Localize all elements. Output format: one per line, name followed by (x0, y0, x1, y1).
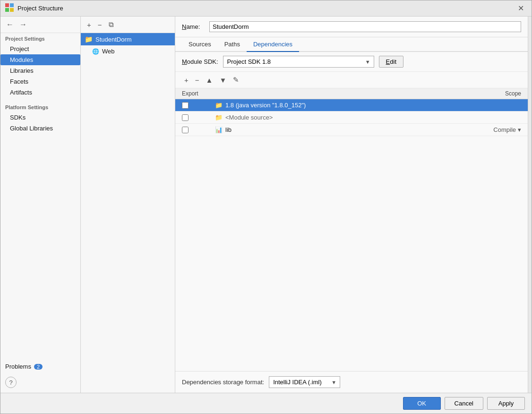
back-button[interactable]: ← (4, 19, 16, 30)
sidebar-item-libraries[interactable]: Libraries (0, 65, 80, 76)
jdk-folder-icon: 📁 (215, 102, 223, 109)
cancel-button[interactable]: Cancel (445, 397, 483, 410)
name-row: Name: (175, 17, 528, 37)
module-folder-icon: 📁 (85, 35, 93, 43)
storage-select[interactable]: IntelliJ IDEA (.iml) Eclipse (.classpath… (269, 376, 340, 388)
problems-row[interactable]: Problems 2 (0, 361, 80, 372)
module-item-label: StudentDorm (95, 36, 132, 43)
svg-rect-3 (10, 8, 14, 12)
dep-name-lib: lib (225, 126, 464, 133)
lib-chart-icon: 📊 (215, 126, 223, 133)
dep-scope-lib[interactable]: Compile ▾ (464, 126, 521, 133)
dep-checkbox-lib[interactable] (182, 127, 189, 133)
deps-table-header: Export Scope (175, 88, 528, 99)
remove-dep-button[interactable]: − (193, 75, 202, 85)
scope-dropdown-arrow-icon: ▾ (518, 126, 521, 133)
tab-dependencies[interactable]: Dependencies (247, 37, 299, 52)
remove-module-button[interactable]: − (95, 20, 104, 30)
storage-label: Dependencies storage format: (182, 379, 264, 386)
close-button[interactable]: ✕ (515, 3, 527, 14)
dep-name-jdk: 1.8 (java version "1.8.0_152") (225, 102, 464, 109)
forward-button[interactable]: → (17, 19, 29, 30)
project-structure-dialog: Project Structure ✕ ← → Project Settings… (0, 0, 532, 414)
edit-dep-button[interactable]: ✎ (231, 75, 241, 85)
tabs-row: Sources Paths Dependencies (175, 37, 528, 52)
export-header: Export (182, 90, 215, 97)
module-source-folder-icon: 📁 (215, 114, 223, 121)
sidebar-item-modules[interactable]: Modules (0, 54, 80, 65)
title-bar: Project Structure ✕ (0, 0, 532, 17)
web-item-label: Web (102, 48, 115, 55)
module-item-web[interactable]: 🌐 Web (81, 45, 175, 57)
dep-row-lib[interactable]: 📊 lib Compile ▾ (175, 124, 528, 136)
name-input[interactable] (209, 21, 521, 32)
help-button[interactable]: ? (5, 377, 17, 388)
platform-settings-label: Platform Settings (0, 102, 80, 112)
sidebar-item-artifacts[interactable]: Artifacts (0, 87, 80, 98)
sidebar-item-facets[interactable]: Facets (0, 76, 80, 87)
name-label: Name: (182, 23, 206, 30)
nav-toolbar: ← → (0, 17, 80, 33)
nav-spacer (0, 98, 80, 102)
app-icon (5, 3, 14, 13)
storage-row: Dependencies storage format: IntelliJ ID… (175, 371, 528, 393)
content-area: ← → Project Settings Project Modules Lib… (0, 17, 532, 393)
move-down-dep-button[interactable]: ▼ (217, 75, 229, 85)
move-up-dep-button[interactable]: ▲ (204, 75, 215, 85)
sdk-select-wrapper: Project SDK 1.8 1.8 ▼ (223, 56, 374, 68)
svg-rect-0 (5, 3, 9, 7)
middle-panel: + − ⧉ 📁 StudentDorm 🌐 Web (81, 17, 175, 393)
add-dep-button[interactable]: + (182, 75, 191, 85)
dep-row-module-source[interactable]: 📁 <Module source> (175, 112, 528, 124)
sdk-select[interactable]: Project SDK 1.8 1.8 (223, 56, 374, 68)
left-panel: ← → Project Settings Project Modules Lib… (0, 17, 81, 393)
sidebar-item-project[interactable]: Project (0, 43, 80, 54)
dep-row-jdk[interactable]: 📁 1.8 (java version "1.8.0_152") (175, 99, 528, 112)
copy-module-button[interactable]: ⧉ (106, 19, 116, 30)
web-icon: 🌐 (92, 48, 99, 55)
svg-rect-1 (10, 3, 14, 7)
name-header (215, 90, 464, 97)
problems-label: Problems (5, 363, 31, 370)
left-bottom: Problems 2 ? (0, 361, 80, 393)
bottom-bar: OK Cancel Apply (0, 393, 532, 414)
deps-table-container: Export Scope 📁 1.8 (java version "1.8.0_… (175, 88, 528, 371)
sidebar-item-sdks[interactable]: SDKs (0, 112, 80, 123)
tab-sources[interactable]: Sources (182, 37, 218, 52)
add-module-button[interactable]: + (85, 20, 94, 30)
scrollbar[interactable] (528, 17, 532, 393)
edit-sdk-button[interactable]: Edit (379, 56, 403, 68)
svg-rect-2 (5, 8, 9, 12)
ok-button[interactable]: OK (403, 397, 441, 410)
sidebar-item-global-libraries[interactable]: Global Libraries (0, 123, 80, 134)
dep-checkbox-jdk[interactable] (182, 102, 189, 109)
sdk-row: Module SDK: Project SDK 1.8 1.8 ▼ Edit (175, 52, 528, 72)
dialog-title: Project Structure (17, 5, 511, 12)
module-item-studentdorm[interactable]: 📁 StudentDorm (81, 33, 175, 45)
dep-checkbox-module-source[interactable] (182, 114, 189, 121)
storage-select-wrapper: IntelliJ IDEA (.iml) Eclipse (.classpath… (269, 376, 340, 388)
scope-header: Scope (464, 90, 521, 97)
deps-toolbar: + − ▲ ▼ ✎ (175, 72, 528, 88)
middle-toolbar: + − ⧉ (81, 17, 175, 33)
right-panel: Name: Sources Paths Dependencies Module … (175, 17, 528, 393)
dep-name-module-source: <Module source> (225, 114, 464, 121)
problems-badge: 2 (34, 364, 43, 370)
apply-button[interactable]: Apply (487, 397, 525, 410)
sdk-label: Module SDK: (182, 58, 218, 65)
project-settings-label: Project Settings (0, 33, 80, 43)
tab-paths[interactable]: Paths (218, 37, 247, 52)
